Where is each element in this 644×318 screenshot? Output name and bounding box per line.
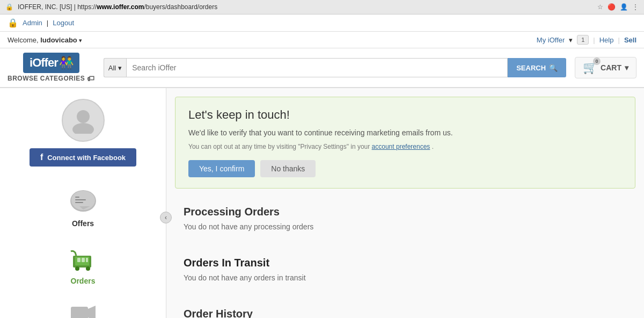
- avatar: [62, 99, 105, 142]
- welcome-right: My iOffer ▾ 1 | Help | Sell: [537, 35, 636, 45]
- notification-badge[interactable]: 1: [577, 35, 589, 45]
- svg-point-10: [75, 266, 79, 271]
- offers-icon: [69, 188, 98, 219]
- svg-point-11: [86, 266, 90, 271]
- logout-link[interactable]: Logout: [53, 19, 74, 27]
- main-layout: f Connect with Facebook Offers: [0, 88, 644, 318]
- welcome-bar: Welcome, ludovicabo ▾ My iOffer ▾ 1 | He…: [0, 32, 644, 48]
- svg-point-1: [72, 123, 94, 134]
- svg-rect-13: [82, 258, 85, 262]
- cart-label: CART: [601, 63, 621, 72]
- facebook-connect-button[interactable]: f Connect with Facebook: [30, 148, 136, 167]
- welcome-text: Welcome, ludovicabo ▾: [8, 36, 82, 44]
- svg-rect-12: [77, 258, 80, 262]
- orders-icon: [69, 245, 98, 277]
- admin-lock-icon: 🔒: [8, 18, 18, 28]
- order-history-title: Order History: [184, 308, 627, 318]
- svg-rect-5: [75, 199, 86, 200]
- extension-icon[interactable]: 🔴: [608, 3, 616, 11]
- lock-icon: 🔒: [5, 3, 13, 11]
- marketing-banner: Let's keep in touch! We'd like to verify…: [175, 97, 635, 189]
- sidebar: f Connect with Facebook Offers: [0, 88, 166, 318]
- video-icon: [69, 302, 98, 318]
- admin-link[interactable]: Admin: [23, 19, 42, 27]
- search-icon: 🔍: [549, 64, 558, 72]
- processing-orders-section: Processing Orders You do not have any pr…: [166, 197, 644, 248]
- search-area: All ▾ SEARCH 🔍: [104, 58, 566, 77]
- banner-small-text: You can opt out at any time by visiting …: [188, 142, 622, 151]
- main-content: Let's keep in touch! We'd like to verify…: [166, 88, 644, 318]
- facebook-icon: f: [40, 153, 43, 162]
- star-icon[interactable]: ☆: [597, 3, 603, 11]
- browse-tag-icon: 🏷: [87, 74, 95, 83]
- menu-icon[interactable]: ⋮: [632, 3, 639, 11]
- browser-bar: 🔒 IOFFER, INC. [US] | https://www.ioffer…: [0, 0, 644, 15]
- site-header: iOffer 👫 BROWSE CATEGORIES 🏷 All ▾ SEARC…: [0, 48, 644, 88]
- banner-subtext: We'd like to verify that you want to con…: [188, 127, 622, 139]
- search-category-dropdown[interactable]: All ▾: [104, 58, 126, 77]
- admin-separator: |: [47, 19, 48, 27]
- svg-marker-16: [88, 306, 96, 318]
- sidebar-item-offers-label: Offers: [72, 219, 94, 228]
- sidebar-item-video[interactable]: [0, 294, 166, 318]
- sell-link[interactable]: Sell: [624, 36, 636, 44]
- order-history-section: Order History: [166, 299, 644, 318]
- avatar-icon: [70, 107, 97, 134]
- site-logo[interactable]: iOffer 👫 BROWSE CATEGORIES 🏷: [8, 53, 95, 83]
- browser-icons: ☆ 🔴 👤 ⋮: [597, 3, 639, 11]
- svg-rect-14: [86, 258, 88, 262]
- processing-orders-empty: You do not have any processing orders: [184, 222, 627, 231]
- transit-orders-section: Orders In Transit You do not have any or…: [166, 248, 644, 299]
- svg-rect-15: [71, 307, 88, 318]
- browse-categories-label[interactable]: BROWSE CATEGORIES 🏷: [8, 74, 95, 83]
- banner-buttons: Yes, I confirm No thanks: [188, 160, 622, 177]
- svg-rect-6: [75, 202, 83, 203]
- my-ioffer-arrow: ▾: [569, 36, 573, 44]
- my-ioffer-link[interactable]: My iOffer: [537, 36, 565, 44]
- logo-image: iOffer 👫: [23, 53, 79, 73]
- admin-bar: 🔒 Admin | Logout: [0, 15, 644, 32]
- cart-dropdown-arrow: ▾: [625, 63, 628, 72]
- svg-point-0: [77, 110, 90, 123]
- no-thanks-button[interactable]: No thanks: [260, 160, 316, 177]
- processing-orders-title: Processing Orders: [184, 206, 627, 218]
- logo-people-icon: 👫: [59, 56, 73, 70]
- cart-icon-wrap: 🛒 0: [583, 61, 597, 75]
- dropdown-arrow-icon: ▾: [118, 64, 122, 72]
- banner-heading: Let's keep in touch!: [188, 108, 622, 122]
- browser-url: IOFFER, INC. [US] | https://www.ioffer.c…: [18, 3, 593, 11]
- cart-count-badge: 0: [593, 57, 601, 65]
- sidebar-item-orders-label: Orders: [71, 277, 96, 285]
- svg-rect-4: [75, 197, 79, 198]
- sidebar-item-orders[interactable]: Orders: [0, 236, 166, 294]
- sidebar-collapse-button[interactable]: ‹: [160, 212, 172, 223]
- logo-text: iOffer: [30, 56, 58, 70]
- facebook-connect-label: Connect with Facebook: [47, 154, 126, 162]
- sidebar-item-offers[interactable]: Offers: [0, 179, 166, 236]
- transit-orders-title: Orders In Transit: [184, 257, 627, 269]
- confirm-button[interactable]: Yes, I confirm: [188, 160, 255, 177]
- cart-button[interactable]: 🛒 0 CART ▾: [575, 57, 636, 78]
- profile-icon[interactable]: 👤: [620, 3, 628, 11]
- search-input[interactable]: [126, 58, 508, 77]
- account-preferences-link[interactable]: account preferences: [372, 143, 430, 150]
- transit-orders-empty: You do not have any orders in transit: [184, 273, 627, 282]
- search-button[interactable]: SEARCH 🔍: [508, 58, 566, 77]
- help-link[interactable]: Help: [599, 36, 614, 44]
